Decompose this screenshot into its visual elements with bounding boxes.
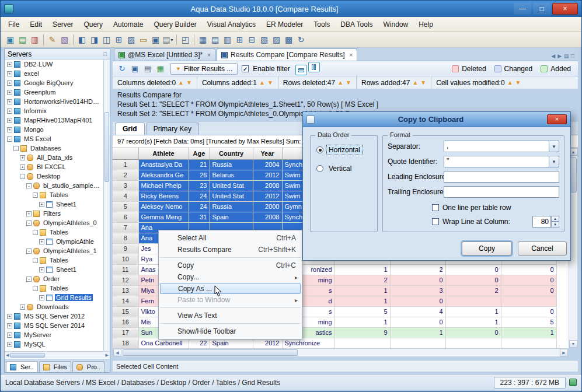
row-number[interactable]: 2: [113, 170, 138, 180]
column-header-country[interactable]: Country: [210, 148, 253, 159]
tree-item-mongo[interactable]: +Mongo: [5, 125, 103, 134]
grid-import-icon[interactable]: ⊟: [246, 34, 258, 46]
cell[interactable]: 0: [445, 327, 501, 338]
form-view-icon[interactable]: ▥: [221, 34, 234, 46]
grid-view-icon[interactable]: ▦: [197, 34, 209, 46]
expand-icon[interactable]: +: [7, 71, 12, 76]
expand-icon[interactable]: +: [20, 155, 25, 160]
tree-item-grid-results[interactable]: +Grid Results: [5, 293, 103, 302]
scroll-tabs-left-icon[interactable]: ◀: [551, 53, 555, 59]
cell[interactable]: 2: [334, 275, 390, 285]
split-horizontal-icon[interactable]: [295, 65, 307, 75]
tab-list-icon[interactable]: ▤: [564, 53, 569, 59]
scroll-tabs-right-icon[interactable]: ▶: [557, 53, 562, 59]
tab-primary-key[interactable]: Primary Key: [146, 123, 199, 135]
collapse-icon[interactable]: -: [20, 174, 25, 179]
grid-export-icon[interactable]: ⊞: [234, 34, 246, 46]
text-view-icon[interactable]: ▤: [209, 34, 221, 46]
row-number[interactable]: 12: [113, 275, 138, 285]
panel-tab-pro[interactable]: Pro..: [72, 361, 104, 372]
cell[interactable]: Gemma Meng: [138, 212, 189, 222]
collapse-icon[interactable]: -: [33, 286, 38, 291]
register-server-icon[interactable]: ▣: [4, 34, 16, 46]
tree-item-google-bigquery[interactable]: +Google BigQuery: [5, 78, 103, 88]
cell[interactable]: 0: [445, 264, 501, 275]
menu-help[interactable]: Help: [413, 19, 438, 30]
cell[interactable]: Aleksandra Ge: [138, 170, 189, 180]
menu-server[interactable]: Server: [47, 19, 78, 30]
cell[interactable]: 2000: [253, 201, 282, 212]
previous-difference-icon[interactable]: ▲: [259, 79, 265, 86]
grid-filter-icon[interactable]: ▧: [258, 34, 270, 46]
chevron-down-icon[interactable]: ▼: [549, 156, 559, 167]
tree-item-olympicathletes-0[interactable]: -OlympicAthletes_0: [5, 218, 103, 228]
cell[interactable]: United Stat: [210, 180, 253, 191]
tree-item-greenplum[interactable]: +Greenplum: [5, 88, 103, 97]
tree-horizontal-scrollbar[interactable]: ◀ ▶: [5, 351, 110, 358]
cell[interactable]: 2: [390, 264, 445, 275]
cell[interactable]: Belarus: [210, 170, 253, 180]
scrollbar-thumb[interactable]: [123, 349, 298, 356]
edit-sql-icon[interactable]: ✎: [46, 34, 58, 46]
cell[interactable]: 0: [501, 306, 556, 317]
cell[interactable]: [501, 296, 556, 306]
cell[interactable]: 4: [390, 306, 445, 317]
cell[interactable]: [445, 296, 501, 306]
refresh-results-icon[interactable]: ↻: [116, 63, 128, 74]
tree-item-order[interactable]: -Order: [5, 274, 103, 284]
menu-query[interactable]: Query: [78, 19, 108, 30]
row-number[interactable]: 7: [113, 222, 138, 233]
tree-item-ms-sql-server-2014[interactable]: +MS SQL Server 2014: [5, 321, 103, 330]
panel-float-icon[interactable]: □: [104, 51, 107, 57]
tree-item-downloads[interactable]: +Downloads: [5, 302, 103, 312]
tree-vertical-scrollbar[interactable]: [103, 60, 110, 354]
column-header-athlete[interactable]: Athlete: [138, 148, 189, 159]
result-compare-icon[interactable]: ◫: [100, 34, 113, 46]
expand-icon[interactable]: +: [7, 90, 12, 95]
cell[interactable]: 1: [390, 327, 445, 338]
tree-item-filters[interactable]: +Filters: [5, 209, 103, 218]
cell[interactable]: 2008: [253, 180, 282, 191]
cell[interactable]: 1: [501, 327, 556, 338]
wrap-column-spinner[interactable]: 80 ▲ ▼: [532, 216, 559, 228]
expand-icon[interactable]: +: [7, 342, 12, 347]
row-number[interactable]: 1: [113, 159, 138, 170]
cell[interactable]: 31: [189, 212, 210, 222]
row-number[interactable]: 9: [113, 243, 138, 254]
spinner-up-icon[interactable]: ▲: [551, 216, 559, 222]
previous-difference-icon[interactable]: ▲: [178, 79, 184, 86]
column-header[interactable]: [113, 148, 138, 159]
spinner-down-icon[interactable]: ▼: [551, 222, 559, 228]
scroll-down-icon[interactable]: ▼: [569, 340, 577, 348]
expand-icon[interactable]: +: [39, 295, 44, 300]
cell[interactable]: Aleksey Nemo: [138, 201, 189, 212]
tree-item-tables[interactable]: -Tables: [5, 284, 103, 293]
previous-difference-icon[interactable]: ▲: [337, 79, 343, 86]
document-menu-icon[interactable]: ▤▾: [162, 34, 174, 46]
menu-tools[interactable]: Tools: [308, 19, 335, 30]
row-number[interactable]: 4: [113, 191, 138, 201]
expand-icon[interactable]: +: [7, 118, 12, 123]
open-file-icon[interactable]: ▭: [137, 34, 149, 46]
panel-tab-files[interactable]: Files: [39, 361, 71, 372]
one-line-checkbox[interactable]: [432, 204, 439, 211]
cell[interactable]: 1: [445, 306, 501, 317]
menu-item-copy[interactable]: Copy...▸: [159, 271, 302, 283]
expand-icon[interactable]: +: [20, 304, 25, 310]
collapse-icon[interactable]: -: [7, 136, 12, 142]
expand-icon[interactable]: +: [7, 323, 12, 328]
grid-aggregate-icon[interactable]: ▩: [283, 34, 295, 46]
close-button[interactable]: ×: [552, 3, 578, 15]
expand-icon[interactable]: +: [20, 164, 25, 170]
row-number[interactable]: 5: [113, 201, 138, 212]
next-difference-icon[interactable]: ▼: [420, 79, 426, 86]
column-header-age[interactable]: Age: [189, 148, 210, 159]
expand-icon[interactable]: +: [39, 239, 44, 244]
collapse-icon[interactable]: -: [33, 192, 38, 198]
cell[interactable]: 23: [189, 180, 210, 191]
expand-icon[interactable]: +: [7, 80, 12, 86]
window-layout-icon[interactable]: ◰: [179, 34, 191, 46]
column-header-year[interactable]: Year: [253, 148, 282, 159]
trailing-enclosure-input[interactable]: [444, 186, 559, 198]
cell[interactable]: Spain: [210, 212, 253, 222]
